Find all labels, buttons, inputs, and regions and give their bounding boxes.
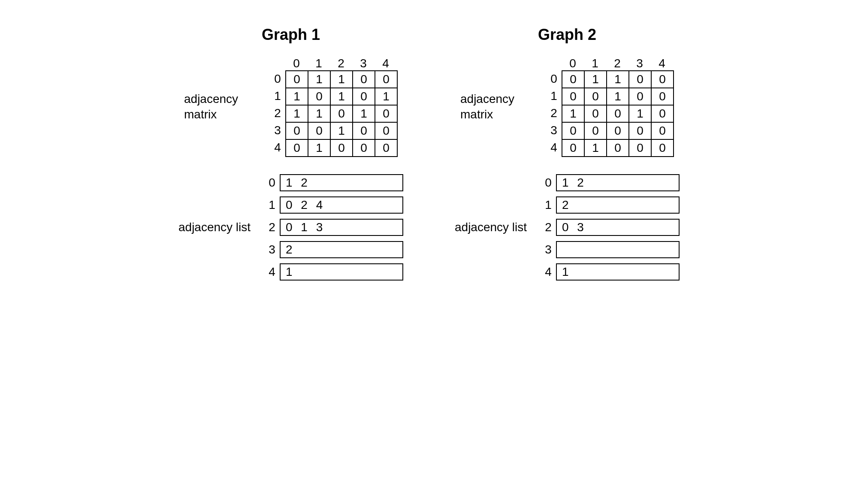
col-header: 3 <box>352 57 375 70</box>
col-header: 0 <box>562 57 584 70</box>
matrix-cell: 0 <box>652 106 673 122</box>
list-item: 3 <box>541 241 680 258</box>
list-item: 2 0 1 3 <box>264 219 403 236</box>
graph-1-title: Graph 1 <box>262 26 320 44</box>
list-item: 4 1 <box>264 263 403 281</box>
list-index: 2 <box>541 220 556 234</box>
matrix-cell: 0 <box>607 123 629 139</box>
col-header: 3 <box>628 57 651 70</box>
adjacency-list-label: adjacency list <box>455 220 532 235</box>
matrix-cell: 0 <box>607 140 629 156</box>
matrix-row: 0 1 0 0 0 <box>562 140 673 156</box>
matrix-cell: 1 <box>375 88 397 105</box>
list-item: 1 0 2 4 <box>264 196 403 214</box>
list-item: 3 2 <box>264 241 403 258</box>
col-header: 1 <box>308 57 330 70</box>
matrix-cell: 1 <box>607 71 629 88</box>
matrix-col-headers: 0 1 2 3 4 <box>285 57 398 70</box>
matrix-cell: 1 <box>585 71 607 88</box>
list-values: 1 <box>280 263 403 281</box>
matrix-cell: 1 <box>331 71 353 88</box>
list-index: 4 <box>541 265 556 279</box>
matrix-cell: 0 <box>375 123 397 139</box>
matrix-cell: 0 <box>331 140 353 156</box>
matrix-cell: 0 <box>629 140 652 156</box>
list-index: 3 <box>541 243 556 257</box>
matrix-row: 0 1 1 0 0 <box>286 71 397 88</box>
row-header: 0 <box>546 70 562 88</box>
list-item: 0 1 2 <box>264 174 403 191</box>
col-header: 2 <box>330 57 352 70</box>
matrix-cell: 0 <box>652 88 673 105</box>
matrix-row: 0 0 0 0 0 <box>562 123 673 140</box>
matrix-col-headers: 0 1 2 3 4 <box>562 57 674 70</box>
adjacency-matrix: 0 1 1 0 0 0 0 1 0 0 1 0 <box>562 70 674 157</box>
row-header: 0 <box>270 70 285 88</box>
matrix-cell: 0 <box>375 140 397 156</box>
matrix-cell: 1 <box>353 106 375 122</box>
col-header: 1 <box>584 57 606 70</box>
row-header: 3 <box>270 122 285 139</box>
col-header: 4 <box>651 57 673 70</box>
graph-2-title: Graph 2 <box>538 26 596 44</box>
graph-2-matrix-section: adjacency matrix 0 1 2 3 4 0 1 2 3 4 <box>460 57 674 157</box>
list-item: 1 2 <box>541 196 680 214</box>
matrix-cell: 1 <box>308 71 331 88</box>
matrix-cell: 0 <box>585 88 607 105</box>
graph-1-matrix-section: adjacency matrix 0 1 2 3 4 0 1 2 3 4 <box>184 57 398 157</box>
list-index: 0 <box>264 176 280 190</box>
list-index: 0 <box>541 176 556 190</box>
matrix-row-headers: 0 1 2 3 4 <box>546 70 562 157</box>
matrix-row: 0 0 1 0 0 <box>562 88 673 106</box>
graph-1-list-section: adjacency list 0 1 2 1 0 2 4 2 0 1 3 3 2… <box>178 174 403 281</box>
matrix-row-headers: 0 1 2 3 4 <box>270 70 285 157</box>
row-header: 4 <box>270 139 285 156</box>
list-item: 4 1 <box>541 263 680 281</box>
matrix-cell: 0 <box>585 123 607 139</box>
matrix-cell: 0 <box>331 106 353 122</box>
row-header: 1 <box>546 88 562 105</box>
list-values: 1 <box>556 263 680 281</box>
matrix-cell: 0 <box>353 71 375 88</box>
matrix-cell: 0 <box>308 123 331 139</box>
matrix-cell: 0 <box>652 71 673 88</box>
matrix-cell: 0 <box>375 106 397 122</box>
matrix-row: 0 0 1 0 0 <box>286 123 397 140</box>
matrix-cell: 0 <box>629 123 652 139</box>
matrix-row: 1 1 0 1 0 <box>286 106 397 123</box>
list-item: 2 0 3 <box>541 219 680 236</box>
adjacency-matrix-label: adjacency matrix <box>184 91 261 123</box>
matrix-cell: 0 <box>286 71 308 88</box>
col-header: 0 <box>285 57 308 70</box>
list-values: 1 2 <box>280 174 403 191</box>
matrix-row: 1 0 1 0 1 <box>286 88 397 106</box>
graph-1-column: Graph 1 adjacency matrix 0 1 2 3 4 0 1 2… <box>178 26 403 298</box>
matrix-cell: 1 <box>331 123 353 139</box>
adjacency-matrix: 0 1 1 0 0 1 0 1 0 1 1 1 <box>285 70 398 157</box>
matrix-row: 0 1 1 0 0 <box>562 71 673 88</box>
list-index: 4 <box>264 265 280 279</box>
matrix-row: 0 1 0 0 0 <box>286 140 397 156</box>
adjacency-list: 0 1 2 1 2 2 0 3 3 4 1 <box>541 174 680 281</box>
row-header: 2 <box>546 105 562 122</box>
list-values: 2 <box>556 196 680 214</box>
list-values <box>556 241 680 258</box>
list-index: 1 <box>264 198 280 212</box>
list-values: 0 1 3 <box>280 219 403 236</box>
matrix-cell: 0 <box>607 106 629 122</box>
matrix-cell: 0 <box>353 140 375 156</box>
matrix-cell: 0 <box>562 140 585 156</box>
list-index: 1 <box>541 198 556 212</box>
matrix-cell: 0 <box>585 106 607 122</box>
list-values: 2 <box>280 241 403 258</box>
list-values: 1 2 <box>556 174 680 191</box>
adjacency-list-label: adjacency list <box>178 220 256 235</box>
graph-2-list-section: adjacency list 0 1 2 1 2 2 0 3 3 4 1 <box>455 174 680 281</box>
matrix-cell: 1 <box>286 106 308 122</box>
matrix-cell: 0 <box>286 123 308 139</box>
row-header: 1 <box>270 88 285 105</box>
matrix-cell: 1 <box>585 140 607 156</box>
matrix-cell: 0 <box>353 123 375 139</box>
matrix-cell: 0 <box>286 140 308 156</box>
list-values: 0 2 4 <box>280 196 403 214</box>
